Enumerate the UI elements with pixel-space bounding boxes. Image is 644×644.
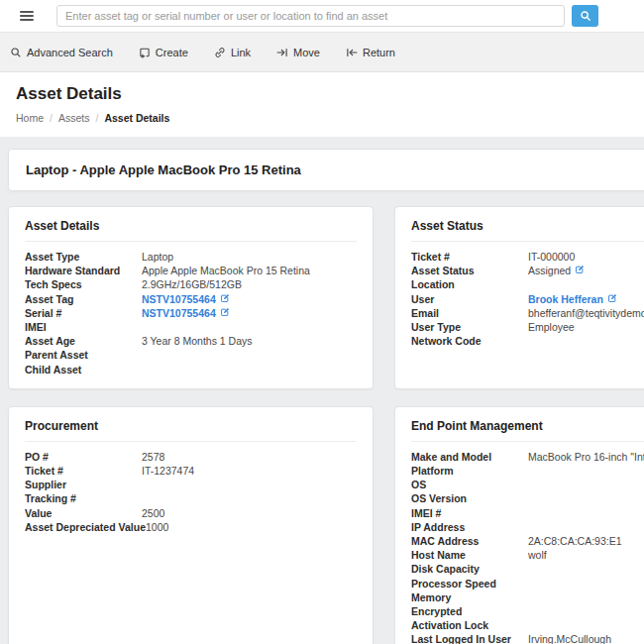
card-title: Asset Status <box>411 219 644 242</box>
field-label: Asset Depreciated Value <box>25 520 146 534</box>
field-label: Platform <box>411 464 528 478</box>
field-value-link[interactable]: Brook Hefferan <box>528 292 603 306</box>
edit-icon[interactable] <box>575 265 585 274</box>
field-row: Network Code <box>411 334 644 348</box>
field-label: Hardware Standard <box>25 264 142 277</box>
link-icon <box>214 47 226 58</box>
card-procurement: Procurement PO #2578Ticket #IT-1237474Su… <box>8 406 374 644</box>
field-value: 2A:C8:CA:CA:93:E1 <box>528 534 622 548</box>
breadcrumb-home[interactable]: Home <box>16 112 44 124</box>
field-value: Apple Apple MacBook Pro 15 Retina <box>142 264 310 277</box>
breadcrumb-assets[interactable]: Assets <box>58 112 90 124</box>
field-row: OS <box>411 478 644 491</box>
field-row: Activation Lock <box>411 618 644 632</box>
field-row: Asset Age3 Year 8 Months 1 Days <box>25 334 357 348</box>
field-label: Activation Lock <box>411 618 528 632</box>
link-button[interactable]: Link <box>214 47 251 58</box>
field-label: Serial # <box>25 306 142 320</box>
field-label: OS Version <box>411 491 528 505</box>
field-label: Ticket # <box>411 250 528 264</box>
field-row: IMEI <box>25 320 357 334</box>
field-row: Child Asset <box>25 363 357 376</box>
breadcrumb-current: Asset Details <box>104 112 169 124</box>
create-icon <box>139 47 151 58</box>
create-button[interactable]: Create <box>139 47 188 58</box>
search-input[interactable] <box>56 5 565 27</box>
field-row: MAC Address2A:C8:CA:CA:93:E1 <box>411 534 644 548</box>
field-row: Make and ModelMacBook Pro 16-inch "Intel… <box>411 450 644 464</box>
edit-icon[interactable] <box>607 293 617 303</box>
field-row: Platform <box>411 464 644 478</box>
field-value: 2500 <box>142 506 164 520</box>
card-asset-status: Asset Status Ticket #IT-000000Asset Stat… <box>394 206 644 389</box>
field-value-link[interactable]: NSTV10755464 <box>142 292 216 306</box>
field-row: Emailbhefferanf@teqtivitydemo.com <box>411 306 644 320</box>
field-label: Host Name <box>411 548 528 562</box>
advanced-search-label: Advanced Search <box>27 47 113 58</box>
field-label: Parent Asset <box>25 348 142 362</box>
field-label: User <box>411 292 528 306</box>
field-row: Asset TypeLaptop <box>25 250 357 264</box>
return-icon <box>346 47 358 58</box>
field-row: User TypeEmployee <box>411 320 644 334</box>
field-row: Tech Specs2.9GHz/16GB/512GB <box>25 277 357 291</box>
field-value: MacBook Pro 16-inch "Intel Cor <box>528 450 644 464</box>
move-button[interactable]: Move <box>276 47 320 58</box>
field-label: IP Address <box>411 520 528 534</box>
search-button[interactable] <box>572 5 598 27</box>
card-endpoint-management: End Point Management Make and ModelMacBo… <box>394 406 644 644</box>
field-value: 2.9GHz/16GB/512GB <box>142 277 242 291</box>
field-label: Location <box>411 277 528 291</box>
page-head: Asset Details Home / Assets / Asset Deta… <box>0 72 644 137</box>
return-button[interactable]: Return <box>346 47 395 58</box>
cards-grid: Asset Details Asset TypeLaptopHardware S… <box>8 206 644 644</box>
field-row: Tracking # <box>25 491 357 505</box>
field-row: Ticket #IT-000000 <box>411 250 644 264</box>
field-value: IT-000000 <box>528 250 575 264</box>
field-row: UserBrook Hefferan <box>411 292 644 306</box>
field-value: 2578 <box>142 450 164 464</box>
link-label: Link <box>231 47 251 58</box>
field-row: Supplier <box>25 478 357 491</box>
field-row: Asset TagNSTV10755464 <box>25 292 357 306</box>
field-label: IMEI # <box>411 506 528 520</box>
field-row: Parent Asset <box>25 348 357 362</box>
card-title: End Point Management <box>411 419 644 442</box>
field-row: Serial #NSTV10755464 <box>25 306 357 320</box>
edit-icon[interactable] <box>220 307 230 317</box>
field-value: 1000 <box>146 520 168 534</box>
field-row: Processor Speed <box>411 577 644 590</box>
field-row: PO #2578 <box>25 450 357 464</box>
asset-details-page: Advanced Search Create Link Move Return <box>0 0 644 644</box>
create-label: Create <box>156 47 188 58</box>
field-row: OS Version <box>411 491 644 505</box>
field-row: Host Namewolf <box>411 548 644 562</box>
field-row: Memory <box>411 590 644 604</box>
field-row: Last Logged In UserIrving.McCullough <box>411 632 644 644</box>
field-label: Asset Age <box>25 334 142 348</box>
edit-icon[interactable] <box>220 293 230 303</box>
return-label: Return <box>363 47 395 58</box>
field-row: IMEI # <box>411 506 644 520</box>
menu-icon[interactable] <box>20 11 34 21</box>
toolbar: Advanced Search Create Link Move Return <box>0 33 644 72</box>
field-value: Employee <box>528 320 575 334</box>
field-value-link[interactable]: NSTV10755464 <box>142 306 216 320</box>
field-row: IP Address <box>411 520 644 534</box>
advanced-search-button[interactable]: Advanced Search <box>10 47 113 58</box>
field-label: Asset Type <box>25 250 142 264</box>
field-label: Memory <box>411 590 528 604</box>
field-label: Supplier <box>25 478 142 491</box>
field-label: Child Asset <box>25 363 142 376</box>
content-area: Laptop - Apple Apple MacBook Pro 15 Reti… <box>0 137 644 644</box>
asset-header-title: Laptop - Apple Apple MacBook Pro 15 Reti… <box>26 162 301 177</box>
field-label: MAC Address <box>411 534 528 548</box>
field-value: Laptop <box>142 250 173 264</box>
field-label: Value <box>25 506 142 520</box>
field-label: User Type <box>411 320 528 334</box>
field-row: Asset StatusAssigned <box>411 264 644 277</box>
field-row: Value2500 <box>25 506 357 520</box>
field-label: Tracking # <box>25 491 142 505</box>
breadcrumb: Home / Assets / Asset Details <box>16 112 628 124</box>
field-row: Ticket #IT-1237474 <box>25 464 357 478</box>
